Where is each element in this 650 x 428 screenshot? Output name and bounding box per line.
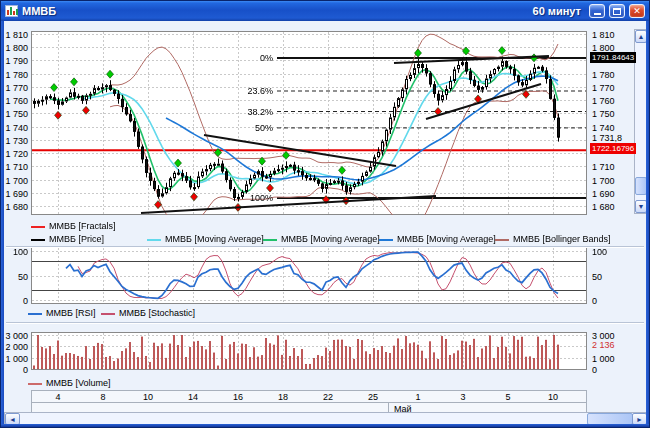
legend-color-dash [379,239,393,241]
rsi-tick-right: 0 [592,296,597,306]
legend-color-dash [28,313,42,315]
chart-window: ММВБ 60 минут ✕ 1 8101 8001 7901 7801 77… [0,0,650,428]
rsi-tick-right: 100 [592,247,607,257]
price-tick-left: 1 740 [1,123,28,133]
window-border-bottom [1,424,649,427]
price-tick-left: 1 770 [1,83,28,93]
volume-tick-left: 1 000 [1,354,28,364]
legend-color-dash [31,239,45,241]
close-button[interactable]: ✕ [629,4,645,18]
legend-label: ММВБ [RSI] [46,308,95,318]
minimize-icon [594,13,601,15]
volume-chart-canvas[interactable] [31,332,587,370]
legend-label: ММВБ [Stochastic] [119,308,195,318]
price-tick-left: 1 710 [1,162,28,172]
legend-color-dash [263,239,277,241]
day-tick-label: 16 [227,392,249,402]
legend-label: ММВБ [Price] [49,234,104,244]
day-tick-label: 3 [452,392,474,402]
resistance-price-label: 1791.84643 [590,52,636,63]
legend-label: ММВБ [Volume] [46,378,110,388]
legend-label: ММВБ [Fractals] [49,221,115,231]
rsi-tick-right: 50 [592,272,602,282]
price-tick-right: 1 680 [592,202,615,212]
price-chart-canvas[interactable] [31,31,587,215]
price-tick-right: 1 710 [592,162,615,172]
window-border-right [646,21,649,427]
day-tick-label: 4 [47,392,69,402]
day-tick-label: 1 [407,392,429,402]
oscillator-chart-canvas[interactable] [31,247,587,304]
volume-tick-left: 2 000 [1,342,28,352]
fib-level-label: 38.2% [231,107,273,117]
price-tick-right: 1 740 [592,123,615,133]
window-border-left [1,21,4,427]
legend-color-dash [101,313,115,315]
rsi-tick-left: 0 [1,296,28,306]
title-bar[interactable]: ММВБ 60 минут ✕ [1,1,649,21]
panel-separator [6,322,644,324]
maximize-icon [613,8,621,15]
timeframe-label: 60 минут [533,5,581,17]
fib-level-label: 23.6% [231,86,273,96]
price-tick-right: 1 780 [592,70,615,80]
price-tick-left: 1 750 [1,109,28,119]
price-tick-right: 1 700 [592,176,615,186]
volume-tick-left: 3 000 [1,331,28,341]
maximize-button[interactable] [609,4,625,18]
legend-label: ММВБ [Moving Average] [397,234,496,244]
price-tick-left: 1 680 [1,202,28,212]
candlestick-chart-icon [5,5,18,17]
legend-color-dash [147,239,161,241]
day-tick-label: 14 [182,392,204,402]
volume-tick-left: 0 [1,365,28,375]
price-tick-left: 1 810 [1,30,28,40]
day-tick-label: 10 [542,392,564,402]
price-tick-left: 1 730 [1,136,28,146]
price-tick-right: 1 690 [592,189,615,199]
legend-color-dash [495,239,509,241]
price-tick-right: 1 750 [592,109,615,119]
price-tick-right: 1 770 [592,83,615,93]
fib-level-label: 50% [231,123,273,133]
support-price-label: 1722.16796 [590,143,636,154]
day-tick-label: 18 [272,392,294,402]
day-tick-label: 8 [92,392,114,402]
legend-label: ММВБ [Moving Average] [165,234,264,244]
price-tick-left: 1 690 [1,189,28,199]
price-tick-left: 1 700 [1,176,28,186]
legend-label: ММВБ [Moving Average] [281,234,380,244]
day-tick-label: 25 [362,392,384,402]
last-price-label: 1 731,8 [592,133,622,143]
fib-level-label: 100% [231,193,273,203]
fib-level-label: 0% [231,53,273,63]
rsi-tick-left: 100 [1,247,28,257]
minimize-button[interactable] [589,4,605,18]
legend-label: ММВБ [Bollinger Bands] [513,234,610,244]
day-tick-label: 22 [317,392,339,402]
price-tick-right: 1 760 [592,96,615,106]
panel-separator [6,246,644,248]
price-tick-left: 1 720 [1,149,28,159]
price-tick-left: 1 800 [1,43,28,53]
window-title: ММВБ [22,5,56,17]
legend-color-dash [28,383,42,385]
price-tick-left: 1 780 [1,70,28,80]
legend-color-dash [31,226,45,228]
day-tick-label: 10 [137,392,159,402]
day-tick-label: 5 [497,392,519,402]
current-volume-label: 2 136 [592,340,615,350]
price-tick-left: 1 760 [1,96,28,106]
rsi-tick-left: 50 [1,272,28,282]
volume-tick-right: 0 [592,365,597,375]
volume-tick-right: 1 000 [592,354,615,364]
price-tick-left: 1 790 [1,56,28,66]
price-tick-right: 1 810 [592,30,615,40]
